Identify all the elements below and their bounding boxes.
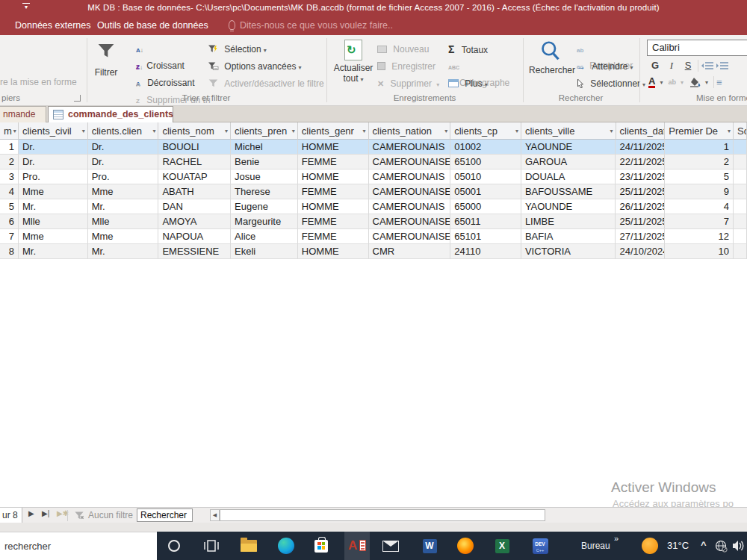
table-cell[interactable]: Dr. — [19, 140, 88, 155]
column-sort-caret-icon[interactable]: ▾ — [728, 128, 731, 134]
desktop-toolbar-label[interactable]: Bureau — [581, 541, 610, 551]
table-cell[interactable]: 65011 — [450, 214, 521, 229]
find-button[interactable]: Rechercher — [529, 40, 572, 75]
fill-color-bucket-icon[interactable] — [689, 77, 701, 87]
table-cell[interactable]: CAMEROUNAISE — [369, 214, 451, 229]
table-cell[interactable]: 7 — [665, 214, 734, 229]
table-cell[interactable]: Mr. — [88, 244, 159, 259]
table-cell[interactable]: Alice — [231, 229, 298, 244]
table-cell[interactable]: GAROUA — [521, 155, 616, 169]
table-cell[interactable]: LIMBE — [521, 214, 616, 229]
table-cell[interactable] — [734, 155, 747, 169]
table-cell[interactable]: BAFOUSSAME — [521, 184, 616, 199]
table-cell[interactable]: 3 — [0, 169, 19, 184]
decrease-indent-icon[interactable] — [701, 61, 713, 70]
column-sort-caret-icon[interactable]: ▾ — [292, 128, 295, 134]
table-cell[interactable]: EMESSIENE — [158, 244, 231, 259]
filter-button[interactable]: Filtrer — [90, 40, 123, 78]
excel-button[interactable]: X — [489, 532, 515, 560]
table-cell[interactable]: 8 — [0, 244, 19, 259]
table-cell[interactable]: Dr. — [88, 140, 159, 155]
weather-button[interactable] — [637, 532, 663, 560]
table-cell[interactable]: HOMME — [298, 169, 369, 184]
cortana-button[interactable] — [161, 532, 187, 560]
table-cell[interactable]: 9 — [665, 184, 734, 199]
table-cell[interactable]: 01002 — [450, 140, 521, 155]
column-header[interactable]: clients_nom▾ — [158, 122, 231, 140]
sort-ascending-button[interactable]: A↓Z Croissant — [136, 42, 185, 57]
column-header[interactable]: clients_genr▾ — [298, 122, 369, 140]
task-view-button[interactable] — [199, 532, 224, 560]
table-cell[interactable]: KOUATAP — [158, 169, 231, 184]
align-text-icon[interactable]: ≡ — [716, 77, 722, 88]
column-header[interactable]: clients_date▾ — [616, 122, 666, 140]
new-record-button[interactable]: Nouveau — [377, 42, 429, 57]
replace-button[interactable]: abac Remplacer — [577, 42, 633, 57]
table-cell[interactable]: CAMEROUNAIS — [369, 199, 451, 214]
table-cell[interactable]: 22/11/2025 — [616, 155, 665, 169]
column-sort-caret-icon[interactable]: ▾ — [363, 128, 366, 134]
table-cell[interactable]: VICTORIA — [521, 244, 616, 259]
table-cell[interactable]: 24/10/2024 — [616, 244, 665, 259]
table-cell[interactable]: 12 — [665, 229, 734, 244]
font-name-combo[interactable]: Calibri — [647, 40, 747, 56]
select-button[interactable]: Sélectionner▾ — [577, 76, 645, 91]
firefox-button[interactable] — [453, 532, 478, 560]
table-cell[interactable]: 7 — [0, 229, 19, 244]
table-cell[interactable]: FEMME — [298, 229, 369, 244]
table-cell[interactable]: 27/11/2025 — [616, 229, 665, 244]
table-cell[interactable]: RACHEL — [158, 155, 231, 169]
advanced-options-button[interactable]: Options avancées▾ — [208, 59, 301, 74]
column-header[interactable]: clients.clien▾ — [88, 122, 159, 140]
column-header[interactable]: clients_nation▾ — [369, 122, 451, 140]
table-cell[interactable]: Eugene — [231, 199, 298, 214]
font-color-button[interactable]: A — [648, 76, 655, 88]
table-cell[interactable]: FEMME — [298, 155, 369, 169]
table-cell[interactable]: HOMME — [298, 199, 369, 214]
table-cell[interactable]: Josue — [231, 169, 298, 184]
access-button[interactable]: A — [344, 532, 370, 560]
column-header[interactable]: Sc — [734, 122, 747, 140]
table-cell[interactable]: CAMEROUNAISE — [369, 184, 451, 199]
table-cell[interactable] — [734, 184, 747, 199]
table-cell[interactable]: YAOUNDE — [521, 199, 616, 214]
column-header[interactable]: m▾ — [0, 122, 19, 140]
table-cell[interactable]: 65101 — [450, 229, 521, 244]
totals-button[interactable]: Σ Totaux — [448, 42, 488, 57]
column-header[interactable]: clients_cp▾ — [450, 122, 521, 140]
table-cell[interactable]: Mme — [19, 229, 88, 244]
tab-commande[interactable]: nmande — [0, 106, 46, 122]
delete-record-button[interactable]: ✕ Supprimer ▾ — [377, 76, 439, 91]
table-cell[interactable]: BOUOLI — [158, 140, 231, 155]
devcpp-button[interactable]: DEVC++ — [527, 532, 553, 560]
table-cell[interactable]: Dr. — [88, 155, 159, 169]
network-button[interactable] — [711, 532, 731, 560]
table-cell[interactable]: Mr. — [19, 199, 88, 214]
edge-button[interactable] — [273, 532, 299, 560]
table-cell[interactable]: 26/11/2025 — [616, 199, 665, 214]
store-button[interactable] — [309, 532, 334, 560]
table-cell[interactable]: 4 — [0, 184, 19, 199]
save-record-button[interactable]: Enregistrer — [377, 59, 436, 74]
taskbar-search-box[interactable]: rechercher — [0, 532, 157, 560]
table-cell[interactable]: Mr. — [19, 244, 88, 259]
table-cell[interactable]: 6 — [0, 214, 19, 229]
tell-me-box[interactable]: Dites-nous ce que vous voulez faire.. — [229, 20, 393, 31]
table-cell[interactable]: Pro. — [88, 169, 159, 184]
table-cell[interactable]: CAMEROUNAIS — [369, 169, 451, 184]
table-cell[interactable]: Mr. — [88, 199, 159, 214]
column-sort-caret-icon[interactable]: ▾ — [515, 128, 518, 134]
table-cell[interactable]: ABATH — [158, 184, 231, 199]
table-cell[interactable]: Mlle — [19, 214, 88, 229]
toggle-filter-button[interactable]: Activer/désactiver le filtre — [208, 76, 324, 91]
table-cell[interactable]: 65100 — [450, 155, 521, 169]
record-search-input[interactable] — [137, 508, 193, 522]
table-cell[interactable]: DAN — [158, 199, 231, 214]
horizontal-scrollbar-thumb[interactable] — [220, 509, 545, 521]
table-cell[interactable]: 24/11/2025 — [616, 140, 665, 155]
table-cell[interactable]: AMOYA — [158, 214, 231, 229]
table-cell[interactable]: 05010 — [450, 169, 521, 184]
table-cell[interactable]: CAMEROUNAISE — [369, 229, 451, 244]
file-explorer-button[interactable] — [236, 532, 261, 560]
table-cell[interactable]: FEMME — [298, 184, 369, 199]
